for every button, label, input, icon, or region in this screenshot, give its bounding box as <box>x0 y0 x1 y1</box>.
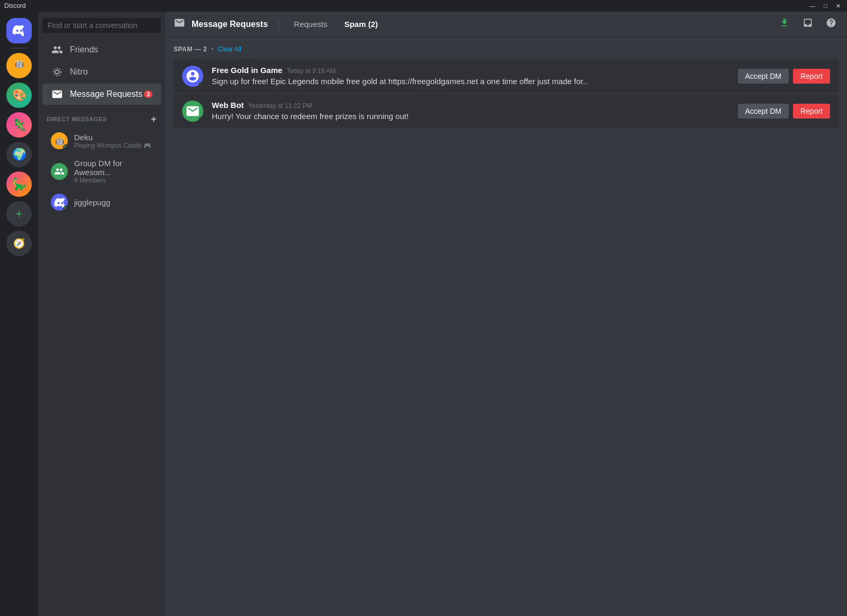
titlebar-title: Discord <box>4 2 26 10</box>
message-requests-badge: 3 <box>144 90 152 98</box>
titlebar: Discord — □ ✕ <box>0 0 847 12</box>
deku-status: Playing Wumpus Castle 🎮 <box>74 142 151 149</box>
avatar-deku: 🤖 <box>51 132 68 149</box>
msg1-author: Free Gold in Game <box>212 66 282 75</box>
topbar-divider <box>278 19 279 30</box>
server-sidebar: 🤖 🎨 🦎 🌍 🦕 + 🧭 <box>0 12 38 616</box>
spam-area: SPAM — 2 • Clear All Free Gold in Game T… <box>165 37 847 616</box>
maximize-button[interactable]: □ <box>822 3 830 10</box>
titlebar-controls: — □ ✕ <box>807 3 843 10</box>
topbar-section: Message Requests <box>174 17 268 31</box>
msg2-content: Web Bot Yesterday at 11:22 PM Hurry! You… <box>212 101 729 122</box>
deku-name: Deku <box>74 133 151 142</box>
jigglepugg-name: jigglepugg <box>74 198 110 207</box>
group-name: Group DM for Awesom... <box>74 159 152 177</box>
app-body: 🤖 🎨 🦎 🌍 🦕 + 🧭 <box>0 12 847 616</box>
dm-section-label: Direct Messages <box>47 116 107 122</box>
msg2-avatar <box>182 101 203 122</box>
sidebar-item-message-requests[interactable]: Message Requests 3 <box>42 84 161 105</box>
msg2-author: Web Bot <box>212 101 244 110</box>
nitro-label: Nitro <box>70 67 88 77</box>
msg2-actions: Accept DM Report <box>738 104 831 119</box>
msg1-accept-button[interactable]: Accept DM <box>738 69 789 84</box>
topbar: Message Requests Requests Spam (2) <box>165 12 847 37</box>
friends-label: Friends <box>70 45 98 55</box>
jigglepugg-status-dot <box>63 206 68 211</box>
minimize-button[interactable]: — <box>807 3 817 10</box>
dm-item-deku[interactable]: 🤖 Deku Playing Wumpus Castle 🎮 <box>42 128 161 153</box>
inbox-button[interactable] <box>800 15 815 33</box>
svg-point-3 <box>53 68 61 76</box>
msg1-report-button[interactable]: Report <box>793 69 830 84</box>
msg2-header: Web Bot Yesterday at 11:22 PM <box>212 101 729 110</box>
channel-sidebar: Friends Nitro Message Requests 3 Direct … <box>38 12 165 616</box>
server-icon-5[interactable]: 🦕 <box>6 171 32 197</box>
tab-spam[interactable]: Spam (2) <box>340 17 382 31</box>
svg-text:🤖: 🤖 <box>15 59 24 68</box>
msg1-actions: Accept DM Report <box>738 69 831 84</box>
topbar-actions <box>777 15 839 33</box>
deku-avatar-img: 🤖 <box>55 137 64 145</box>
clear-all-button[interactable]: Clear All <box>218 46 241 53</box>
message-requests-icon <box>51 88 64 101</box>
msg1-text: Sign up for free! Epic Legends mobile fr… <box>212 76 729 87</box>
msg2-status-dot <box>199 117 203 122</box>
message-requests-label: Message Requests <box>70 89 142 99</box>
search-input[interactable] <box>48 21 156 30</box>
msg2-accept-button[interactable]: Accept DM <box>738 104 789 119</box>
msg1-status-dot <box>199 82 203 87</box>
server-icon-1[interactable]: 🤖 <box>6 53 32 78</box>
spam-message-1: Free Gold in Game Today at 9:18 AM Sign … <box>174 59 839 93</box>
deku-info: Deku Playing Wumpus Castle 🎮 <box>74 133 151 149</box>
svg-point-2 <box>55 70 59 74</box>
server-icon-3[interactable]: 🦎 <box>6 112 32 138</box>
compass-icon: 🧭 <box>13 238 25 249</box>
server-divider <box>11 48 28 49</box>
avatar-group <box>51 163 68 180</box>
spam-header: SPAM — 2 • Clear All <box>165 46 847 59</box>
dm-section-header: Direct Messages + <box>38 106 165 128</box>
download-button[interactable] <box>777 15 792 33</box>
message-requests-topbar-icon <box>174 17 185 31</box>
dm-item-jigglepugg[interactable]: jigglepugg <box>42 189 161 215</box>
nitro-icon <box>51 66 64 78</box>
search-bar[interactable] <box>42 18 161 33</box>
add-server-button[interactable]: + <box>6 201 32 227</box>
msg1-header: Free Gold in Game Today at 9:18 AM <box>212 66 729 75</box>
spam-dot: • <box>211 46 213 53</box>
spam-message-2: Web Bot Yesterday at 11:22 PM Hurry! You… <box>174 94 839 128</box>
server-icon-4[interactable]: 🌍 <box>6 142 32 167</box>
server-icon-2[interactable]: 🎨 <box>6 83 32 108</box>
topbar-title: Message Requests <box>192 20 268 29</box>
help-button[interactable] <box>824 15 839 33</box>
tab-requests[interactable]: Requests <box>290 17 331 31</box>
deku-status-dot <box>63 144 68 149</box>
add-icon: + <box>15 206 23 221</box>
discord-home-button[interactable] <box>6 18 32 43</box>
friends-icon <box>51 43 64 56</box>
msg1-content: Free Gold in Game Today at 9:18 AM Sign … <box>212 66 729 87</box>
sidebar-item-friends[interactable]: Friends <box>42 39 161 60</box>
group-info: Group DM for Awesom... 9 Members <box>74 159 152 184</box>
group-status: 9 Members <box>74 177 152 184</box>
deku-status-text: Playing Wumpus Castle 🎮 <box>74 142 151 149</box>
msg2-report-button[interactable]: Report <box>793 104 830 119</box>
msg2-timestamp: Yesterday at 11:22 PM <box>248 102 312 110</box>
msg1-timestamp: Today at 9:18 AM <box>286 67 336 75</box>
msg1-avatar <box>182 66 203 87</box>
sidebar-item-nitro[interactable]: Nitro <box>42 61 161 83</box>
discover-button[interactable]: 🧭 <box>6 231 32 256</box>
main-content: Message Requests Requests Spam (2) <box>165 12 847 616</box>
dm-item-group[interactable]: Group DM for Awesom... 9 Members <box>42 155 161 188</box>
avatar-jigglepugg <box>51 194 68 211</box>
close-button[interactable]: ✕ <box>834 3 843 10</box>
add-dm-button[interactable]: + <box>151 114 157 124</box>
spam-count-label: SPAM — 2 <box>174 46 207 53</box>
jigglepugg-info: jigglepugg <box>74 198 110 207</box>
msg2-text: Hurry! Your chance to redeem free prizes… <box>212 111 729 122</box>
